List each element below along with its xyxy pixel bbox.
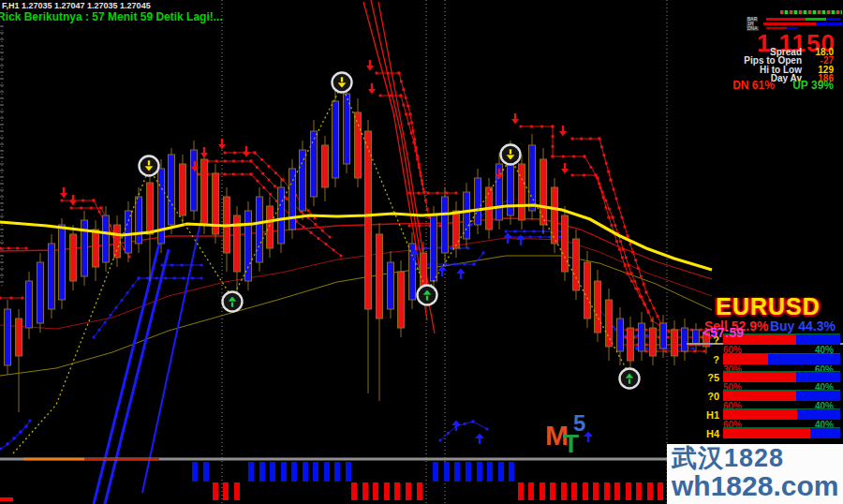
gauge-bar [766,18,841,21]
up-percent-label: UP 39% [792,79,834,92]
next-candle-countdown-text: Rick Berikutnya : 57 Menit 59 Detik Lagi… [0,10,223,23]
buy-percent-label: Buy 44.3% [770,319,836,334]
timeframe-label: ?0 [693,391,719,402]
timeframe-label: ?5 [693,372,719,383]
gauge-bar [763,22,842,25]
trading-platform-window: F,H1 1.27035 1.27047 1.27035 1.27045 Ric… [0,0,843,504]
strength-panel-symbol-title: EURUSD [693,293,843,320]
watermark: 武汉1828 wh1828.com [667,444,843,504]
watermark-line1: 武汉1828 [672,446,843,471]
sell-buy-ratio-bar [723,353,840,364]
timeframe-label: H1 [693,409,719,421]
candle-countdown-badge: <57:59 [702,325,744,340]
sell-buy-ratio-bar [723,427,840,438]
dn-up-row: DN 61% UP 39% [732,79,834,92]
logo-digit-5: 5 [573,410,585,437]
timeframe-label: ? [693,354,719,365]
mini-ticker-row [780,10,842,14]
symbol-ohlc-line: F,H1 1.27035 1.27047 1.27035 1.27045 [2,1,151,10]
sell-buy-ratio-bar [723,371,840,382]
watermark-line2: wh1828.com [672,472,843,500]
timeframe-label: H4 [693,428,719,439]
down-percent-label: DN 61% [732,79,775,92]
sell-buy-ratio-bar [723,390,840,401]
sell-buy-ratio-bar [723,408,840,420]
